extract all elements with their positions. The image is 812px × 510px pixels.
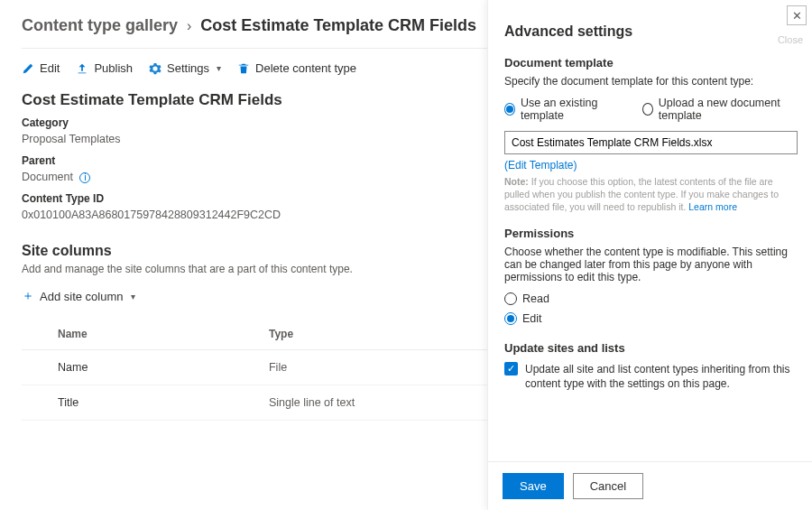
- radio-icon: [642, 103, 653, 116]
- breadcrumb-root-link[interactable]: Content type gallery: [22, 16, 178, 35]
- advanced-settings-panel: ✕ Close Advanced settings Document templ…: [487, 0, 812, 510]
- chevron-right-icon: ›: [187, 18, 191, 34]
- edit-label: Edit: [40, 61, 60, 75]
- radio-read[interactable]: Read: [504, 292, 798, 305]
- delete-label: Delete content type: [255, 61, 356, 75]
- radio-icon: [504, 312, 517, 325]
- cell-name: Name: [22, 350, 262, 385]
- publish-icon: [76, 62, 88, 75]
- cell-name: Title: [22, 385, 262, 421]
- template-path-input[interactable]: [504, 131, 798, 154]
- parent-value: Document: [22, 171, 73, 183]
- learn-more-link[interactable]: Learn more: [688, 201, 737, 212]
- permissions-header: Permissions: [504, 227, 798, 240]
- radio-use-existing[interactable]: Use an existing template: [504, 97, 623, 122]
- radio-icon: [504, 103, 515, 116]
- gear-icon: [149, 62, 161, 75]
- radio-edit-label: Edit: [522, 312, 542, 325]
- settings-label: Settings: [167, 61, 209, 75]
- delete-button[interactable]: Delete content type: [237, 61, 356, 75]
- col-header-name[interactable]: Name: [22, 319, 262, 350]
- radio-read-label: Read: [522, 292, 549, 305]
- publish-label: Publish: [94, 61, 133, 75]
- radio-edit[interactable]: Edit: [504, 312, 798, 325]
- close-text: Close: [778, 34, 803, 45]
- plus-icon: ＋: [22, 288, 34, 304]
- close-button[interactable]: ✕: [787, 5, 807, 25]
- edit-icon: [22, 62, 34, 75]
- permissions-desc: Choose whether the content type is modif…: [504, 246, 798, 283]
- close-icon: ✕: [792, 9, 802, 23]
- panel-footer: Save Cancel: [488, 461, 812, 510]
- panel-title: Advanced settings: [504, 23, 798, 40]
- add-site-column-label: Add site column: [40, 290, 124, 303]
- template-note: Note: If you choose this option, the lat…: [504, 175, 798, 214]
- add-site-column-button[interactable]: ＋ Add site column ▾: [22, 288, 135, 304]
- chevron-down-icon: ▾: [131, 292, 135, 301]
- radio-upload-new[interactable]: Upload a new document template: [642, 97, 798, 122]
- update-sites-header: Update sites and lists: [504, 341, 798, 355]
- radio-upload-new-label: Upload a new document template: [659, 97, 798, 122]
- document-template-header: Document template: [504, 56, 798, 70]
- cancel-button[interactable]: Cancel: [573, 473, 643, 499]
- save-button[interactable]: Save: [503, 473, 564, 499]
- info-icon[interactable]: i: [79, 172, 90, 183]
- settings-button[interactable]: Settings ▾: [149, 61, 221, 75]
- edit-button[interactable]: Edit: [22, 61, 60, 75]
- update-checkbox[interactable]: ✓: [504, 362, 518, 376]
- check-icon: ✓: [507, 363, 515, 375]
- chevron-down-icon: ▾: [217, 63, 221, 73]
- breadcrumb-current: Cost Estimate Template CRM Fields: [200, 16, 476, 35]
- edit-template-link[interactable]: (Edit Template): [504, 159, 577, 172]
- document-template-desc: Specify the document template for this c…: [504, 75, 798, 88]
- publish-button[interactable]: Publish: [76, 61, 133, 75]
- update-checkbox-label: Update all site and list content types i…: [525, 362, 798, 391]
- radio-icon: [504, 292, 517, 305]
- trash-icon: [237, 62, 250, 75]
- radio-use-existing-label: Use an existing template: [521, 97, 623, 122]
